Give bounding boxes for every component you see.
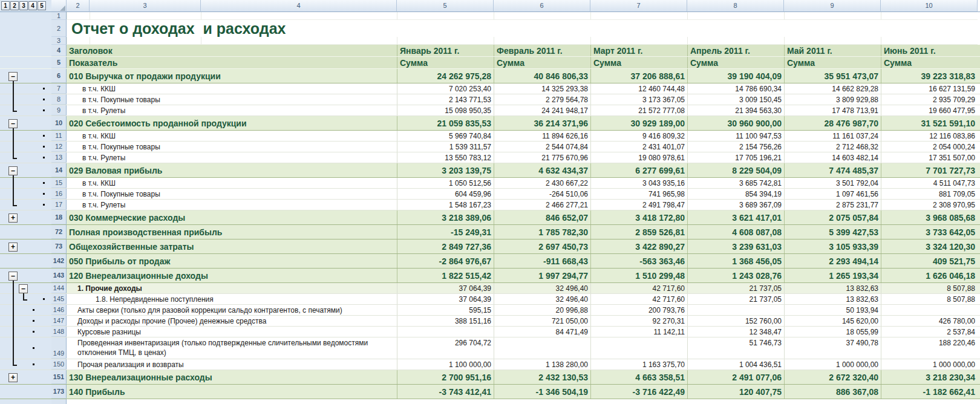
value-cell[interactable]: 4 608 087,08 xyxy=(687,225,784,239)
value-cell[interactable]: 1 265 193,34 xyxy=(784,269,881,282)
value-cell[interactable]: 1 368 456,05 xyxy=(687,254,784,268)
value-cell[interactable]: 2 849 727,36 xyxy=(397,239,494,253)
value-cell[interactable]: 2 491 077,06 xyxy=(687,370,784,384)
value-cell[interactable]: 846 652,07 xyxy=(494,210,590,224)
value-cell[interactable]: 21 572 777,08 xyxy=(590,105,687,116)
value-cell[interactable]: 13 832,63 xyxy=(784,294,881,304)
row-label-cell[interactable]: Общехозяйственные затраты xyxy=(67,239,397,253)
row-number[interactable]: 17 xyxy=(51,200,67,210)
empty-cell[interactable] xyxy=(494,37,590,45)
empty-cell[interactable] xyxy=(687,37,784,45)
value-cell[interactable]: 2 432 130,53 xyxy=(494,370,590,384)
row-number[interactable]: 14 xyxy=(51,163,67,177)
value-cell[interactable]: 17 478 713,91 xyxy=(784,105,881,116)
value-cell[interactable]: 84 471,49 xyxy=(494,327,590,337)
empty-cell[interactable] xyxy=(784,37,881,45)
value-cell[interactable] xyxy=(494,337,590,359)
value-cell[interactable]: 9 416 809,32 xyxy=(590,131,687,141)
value-cell[interactable]: 2 672 320,40 xyxy=(784,370,881,384)
month-header-cell[interactable]: Февраль 2011 г. xyxy=(494,45,590,56)
row-label-cell[interactable]: в т.ч. Рулеты xyxy=(67,152,397,163)
value-cell[interactable]: 120 407,75 xyxy=(687,385,784,399)
sum-header-cell[interactable]: Сумма xyxy=(784,57,881,68)
value-cell[interactable]: 3 685 742,81 xyxy=(687,178,784,188)
value-cell[interactable]: 3 239 631,03 xyxy=(687,239,784,253)
row-number[interactable]: 13 xyxy=(51,152,67,163)
value-cell[interactable]: 21 059 835,53 xyxy=(397,116,494,130)
value-cell[interactable] xyxy=(881,305,978,315)
expand-group-button[interactable]: + xyxy=(8,243,18,252)
value-cell[interactable]: 1 163 375,70 xyxy=(590,359,687,370)
row-number[interactable]: 10 xyxy=(51,116,67,130)
value-cell[interactable]: 1 539 311,57 xyxy=(397,142,494,152)
collapse-group-button[interactable]: – xyxy=(19,284,28,293)
column-header[interactable]: 4 xyxy=(201,0,397,12)
row-label-cell[interactable]: в т.ч. ККШ xyxy=(67,83,397,94)
value-cell[interactable]: 7 474 485,37 xyxy=(784,163,881,177)
value-cell[interactable]: 5 969 740,84 xyxy=(397,131,494,141)
row-number[interactable]: 147 xyxy=(51,316,67,326)
column-header[interactable]: 10 xyxy=(881,0,978,12)
value-cell[interactable]: 3 203 139,75 xyxy=(397,163,494,177)
column-header[interactable]: 5 xyxy=(397,0,494,12)
empty-cell[interactable] xyxy=(201,37,397,45)
value-cell[interactable]: 11 100 947,53 xyxy=(687,131,784,141)
value-cell[interactable]: 17 351 507,00 xyxy=(881,152,978,163)
value-cell[interactable]: 24 241 948,17 xyxy=(494,105,590,116)
row-number[interactable]: 149 xyxy=(51,337,67,359)
empty-cell[interactable] xyxy=(881,37,978,45)
value-cell[interactable]: 37 490,78 xyxy=(784,337,881,359)
value-cell[interactable]: 2 466 277,21 xyxy=(494,200,590,210)
row-label-cell[interactable]: 050 Прибыль от продаж xyxy=(67,254,397,268)
value-cell[interactable]: 92 270,31 xyxy=(590,316,687,326)
value-cell[interactable]: 2 537,84 xyxy=(881,327,978,337)
value-cell[interactable]: 7 020 253,40 xyxy=(397,83,494,94)
value-cell[interactable]: 426 780,00 xyxy=(881,316,978,326)
value-cell[interactable]: 6 277 699,61 xyxy=(590,163,687,177)
outline-level-button[interactable]: 4 xyxy=(28,1,37,10)
value-cell[interactable]: 3 809 929,88 xyxy=(784,94,881,105)
value-cell[interactable]: 3 968 085,68 xyxy=(881,210,978,224)
value-cell[interactable]: 16 627 131,59 xyxy=(881,83,978,94)
value-cell[interactable] xyxy=(590,337,687,359)
value-cell[interactable]: 2 279 564,78 xyxy=(494,94,590,105)
value-cell[interactable]: 19 080 978,61 xyxy=(590,152,687,163)
value-cell[interactable]: 1 548 167,23 xyxy=(397,200,494,210)
empty-cell[interactable] xyxy=(397,12,494,20)
row-label-cell[interactable]: 1. Прочие доходы xyxy=(67,283,397,293)
value-cell[interactable]: 24 262 975,28 xyxy=(397,69,494,83)
value-cell[interactable]: -911 668,43 xyxy=(494,254,590,268)
value-cell[interactable]: 19 660 477,95 xyxy=(881,105,978,116)
empty-cell[interactable] xyxy=(494,12,590,20)
row-label-cell[interactable]: Акты сверки (только для разовой коррекци… xyxy=(67,305,397,315)
value-cell[interactable]: -264 510,06 xyxy=(494,189,590,199)
month-header-cell[interactable]: Апрель 2011 г. xyxy=(687,45,784,56)
row-label-cell[interactable]: в т.ч. Покупные товары xyxy=(67,94,397,105)
row-number[interactable]: 173 xyxy=(51,385,67,399)
value-cell[interactable]: 2 308 970,95 xyxy=(881,200,978,210)
empty-cell[interactable] xyxy=(687,12,784,20)
row-label-cell[interactable]: 1.8. Непредвиденные поступления xyxy=(67,294,397,304)
value-cell[interactable]: 2 700 951,16 xyxy=(397,370,494,384)
value-cell[interactable]: 3 105 933,39 xyxy=(784,239,881,253)
value-cell[interactable]: 1 243 028,76 xyxy=(687,269,784,282)
value-cell[interactable]: 39 190 404,09 xyxy=(687,69,784,83)
value-cell[interactable]: 36 214 371,96 xyxy=(494,116,590,130)
row-number[interactable]: 2 xyxy=(51,20,67,37)
value-cell[interactable]: 854 394,19 xyxy=(687,189,784,199)
value-cell[interactable]: 3 501 792,04 xyxy=(784,178,881,188)
row-label-cell[interactable]: в т.ч. Рулеты xyxy=(67,105,397,116)
expand-group-button[interactable]: + xyxy=(8,213,18,223)
value-cell[interactable]: 881 709,05 xyxy=(881,189,978,199)
sum-header-cell[interactable]: Сумма xyxy=(881,57,978,68)
value-cell[interactable]: 2 859 526,81 xyxy=(590,225,687,239)
value-cell[interactable] xyxy=(397,327,494,337)
row-number[interactable]: 7 xyxy=(51,83,67,94)
row-label-cell[interactable]: Курсовые разницы xyxy=(67,327,397,337)
value-cell[interactable]: 3 043 935,16 xyxy=(590,178,687,188)
value-cell[interactable]: 3 418 172,80 xyxy=(590,210,687,224)
value-cell[interactable]: 2 712 468,32 xyxy=(784,142,881,152)
value-cell[interactable] xyxy=(687,305,784,315)
sum-header-cell[interactable]: Сумма xyxy=(397,57,494,68)
value-cell[interactable]: -1 346 504,19 xyxy=(494,385,590,399)
